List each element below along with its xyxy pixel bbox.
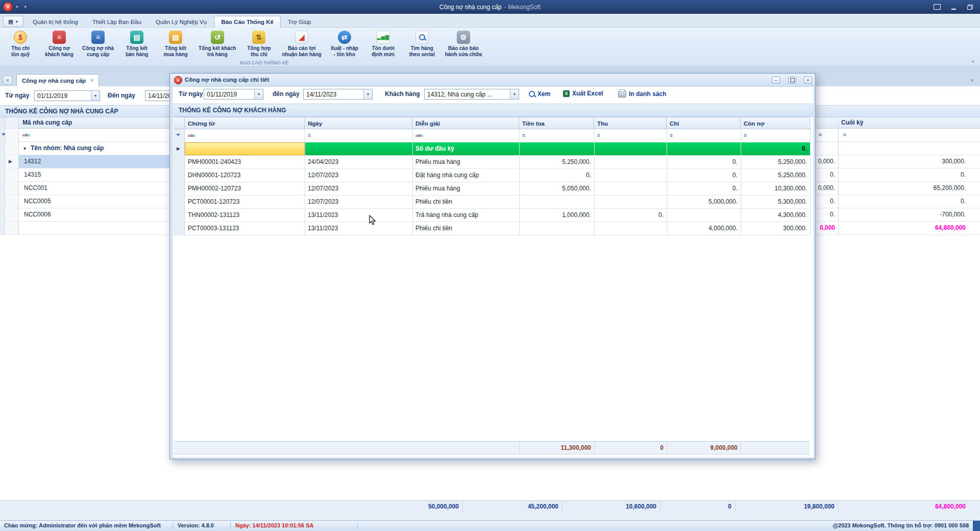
ribbon-item-tong-ket-mua-hang[interactable]: ▤Tổng kết mua hàng	[156, 28, 195, 59]
column-header-thu[interactable]: Thu	[594, 117, 667, 129]
column-header-chung-tu[interactable]: Chứng từ	[185, 117, 305, 129]
export-excel-button[interactable]: XXuất Excel	[563, 90, 603, 97]
from-date-dropdown-icon[interactable]: ▼	[91, 91, 100, 101]
equals-filter-icon[interactable]: =	[522, 133, 525, 138]
cell-dien-giai[interactable]: Trả hàng nhà cung cấp	[412, 209, 519, 222]
table-row[interactable]: PCT00001-120723 12/07/2023 Phiếu chi tiề…	[174, 196, 810, 209]
print-list-button[interactable]: In danh sách	[618, 90, 666, 98]
cell-tien-toa[interactable]: 0.	[519, 169, 594, 182]
cell-ngay[interactable]: 24/04/2023	[305, 156, 412, 168]
supplier-code[interactable]: NCC0006	[24, 208, 51, 221]
app-grid-menu-button[interactable]: ▦▼	[3, 16, 23, 27]
cell-chung-tu[interactable]: PCT00003-131123	[185, 222, 305, 235]
dialog-maximize-button[interactable]	[788, 77, 796, 84]
text-filter-icon[interactable]: aBc	[415, 134, 423, 138]
cell-con-no[interactable]: 10,300,000.	[741, 182, 810, 195]
cell-dien-giai[interactable]: Phiếu chi tiền	[412, 196, 519, 208]
cell-thu[interactable]: 0.	[594, 209, 667, 222]
equals-filter-icon[interactable]: =	[308, 133, 311, 138]
cell-ngay[interactable]: 12/07/2023	[305, 169, 412, 182]
cell-ngay[interactable]: 12/07/2023	[305, 182, 412, 195]
equals-filter-icon[interactable]: =	[597, 133, 600, 138]
ribbon-item-xuat-nhap-ton-kho[interactable]: ⇄Xuất - nhập - tồn kho	[325, 28, 364, 59]
cell-chi[interactable]: 0.	[667, 169, 741, 182]
cell-con-no[interactable]: 5,300,000.	[741, 196, 810, 208]
dialog-to-date-input[interactable]: 14/11/2023 ▼	[303, 89, 373, 100]
fullscreen-button[interactable]	[931, 2, 943, 12]
resize-grip[interactable]	[973, 521, 980, 531]
cell-dien-giai[interactable]: Phiếu mua hàng	[412, 182, 519, 195]
dialog-to-date-dropdown-icon[interactable]: ▼	[363, 89, 372, 99]
view-button[interactable]: Xem	[529, 90, 550, 98]
supplier-code[interactable]: NCC001	[24, 182, 47, 195]
cell-tien-toa[interactable]	[519, 196, 594, 208]
cell-tien-toa[interactable]: 1,000,000.	[519, 209, 594, 222]
ribbon-item-cong-no-nha-cung-cap[interactable]: ≡Công nợ nhà cung cấp	[79, 28, 117, 59]
table-row[interactable]: DHN00001-120723 12/07/2023 Đặt hàng nhà …	[174, 169, 810, 182]
menu-tab-quan-ly-nghiep-vu[interactable]: Quản Lý Nghiệp Vụ	[149, 16, 214, 28]
ribbon-item-tim-hang-theo-serial[interactable]: Tìm hàng theo serial	[403, 28, 442, 59]
dialog-from-date-input[interactable]: 01/11/2019 ▼	[204, 89, 263, 100]
cell-con-no[interactable]: 300,000.	[741, 222, 810, 235]
column-header-tien-toa[interactable]: Tiền toa	[519, 117, 594, 129]
supplier-code[interactable]: 14312	[24, 155, 41, 168]
cell-chung-tu[interactable]: THN00002-131123	[185, 209, 305, 222]
cell-chung-tu[interactable]: DHN00001-120723	[185, 169, 305, 182]
column-header-ma-nha-cung-cap[interactable]: Mã nhà cung cấp	[22, 117, 72, 128]
dialog-filter-row[interactable]: aBc = aBc = = = =	[174, 129, 810, 142]
cell-con-no[interactable]: 4,300,000.	[741, 209, 810, 222]
close-panel-button[interactable]: ×	[3, 76, 12, 85]
minimize-button[interactable]	[947, 2, 960, 12]
cell-chi[interactable]: 0.	[667, 182, 741, 195]
dialog-minimize-button[interactable]: –	[772, 77, 780, 84]
cell-thu[interactable]	[594, 169, 667, 182]
ribbon-item-thu-chi-ton-quy[interactable]: $Thu chi tồn quỹ	[1, 28, 40, 59]
cell-chi[interactable]	[667, 209, 741, 222]
cell-chung-tu[interactable]: PMH00001-240423	[185, 156, 305, 168]
cell-dien-giai[interactable]: Phiếu mua hàng	[412, 156, 519, 168]
opening-balance-row[interactable]: Số dư đầu kỳ 0.	[174, 142, 810, 156]
ribbon-item-ton-duoi-dinh-muc[interactable]: ▂▅▇Tồn dưới định mức	[364, 28, 403, 59]
dialog-to-date-value[interactable]: 14/11/2023	[304, 89, 363, 99]
table-row[interactable]: PMH00001-240423 24/04/2023 Phiếu mua hàn…	[174, 156, 810, 169]
table-row[interactable]: THN00002-131123 13/11/2023 Trả hàng nhà …	[174, 209, 810, 222]
column-header-cuoi-ky[interactable]: Cuối kỳ	[841, 117, 863, 128]
cell-chi[interactable]: 4,000,000.	[667, 222, 741, 235]
cell-dien-giai[interactable]: Phiếu chi tiền	[412, 222, 519, 235]
menu-tab-tro-giup[interactable]: Trợ Giúp	[281, 16, 318, 28]
menu-tab-thiet-lap-ban-dau[interactable]: Thiết Lập Ban Đầu	[85, 16, 149, 28]
document-tab-cong-no-nha-cung-cap[interactable]: Công nợ nhà cung cấp ×	[16, 74, 99, 86]
column-header-chi[interactable]: Chi	[667, 117, 741, 129]
cell-chi[interactable]: 5,000,000.	[667, 196, 741, 208]
cell-ngay[interactable]: 13/11/2023	[305, 209, 412, 222]
cell-chi[interactable]: 0.	[667, 156, 741, 168]
ribbon-item-bao-cao-loi-nhuan[interactable]: ◢Báo cáo lợi nhuận bán hàng	[278, 28, 325, 59]
cell-tien-toa[interactable]	[519, 222, 594, 235]
restore-button[interactable]	[964, 2, 976, 12]
close-tab-icon[interactable]: ×	[90, 78, 93, 83]
text-filter-icon[interactable]: aBc	[22, 133, 30, 137]
equals-filter-icon[interactable]: =	[670, 133, 673, 138]
cell-thu[interactable]	[594, 222, 667, 235]
dialog-titlebar[interactable]: V Công nợ nhà cung cấp chi tiết – ×	[170, 74, 815, 86]
column-header-con-no[interactable]: Còn nợ	[741, 117, 810, 129]
supplier-code[interactable]: NCC0005	[24, 195, 51, 208]
table-row[interactable]: PCT00003-131123 13/11/2023 Phiếu chi tiề…	[174, 222, 810, 235]
dialog-customer-value[interactable]: 14312, Nhà cung cấp ...	[425, 89, 510, 99]
cell-chung-tu[interactable]: PCT00001-120723	[185, 196, 305, 208]
table-row[interactable]: PMH00002-120723 12/07/2023 Phiếu mua hàn…	[174, 182, 810, 196]
cell-tien-toa[interactable]: 5,050,000.	[519, 182, 594, 195]
cell-ngay[interactable]: 13/11/2023	[305, 222, 412, 235]
dialog-from-date-dropdown-icon[interactable]: ▼	[254, 89, 263, 99]
cell-dien-giai[interactable]: Đặt hàng nhà cung cấp	[412, 169, 519, 182]
ribbon-item-cong-no-khach-hang[interactable]: ≡Công nợ khách hàng	[40, 28, 79, 59]
column-header-dien-giai[interactable]: Diễn giải	[412, 117, 519, 129]
cell-ngay[interactable]: 12/07/2023	[305, 196, 412, 208]
cell-thu[interactable]	[594, 182, 667, 195]
cell-chung-tu[interactable]: PMH00002-120723	[185, 182, 305, 195]
cell-con-no[interactable]: 5,250,000.	[741, 169, 810, 182]
ribbon-collapse-icon[interactable]: ▴	[972, 59, 974, 63]
from-date-input[interactable]: 01/11/2019 ▼	[34, 90, 100, 101]
ribbon-item-bao-hanh-sua-chua[interactable]: ⚙Báo cáo bảo hành sửa chữa	[442, 28, 485, 59]
ribbon-item-tong-ket-ban-hang[interactable]: ▤Tổng kết bán hàng	[117, 28, 156, 59]
